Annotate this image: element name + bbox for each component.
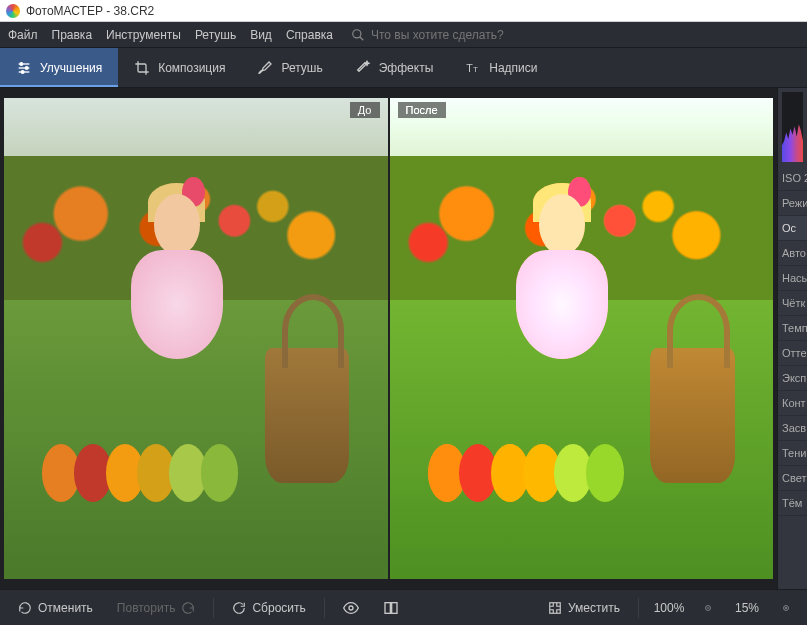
tab-label: Композиция: [158, 61, 225, 75]
button-label: Сбросить: [252, 601, 305, 615]
compare-button[interactable]: [373, 594, 409, 622]
histogram: [782, 92, 803, 162]
redo-icon: [181, 601, 195, 615]
tab-label: Эффекты: [379, 61, 434, 75]
photo-before: [4, 98, 388, 579]
separator: [638, 598, 639, 618]
button-label: Уместить: [568, 601, 620, 615]
menu-retouch[interactable]: Ретушь: [195, 28, 236, 42]
before-pane: До: [4, 98, 388, 579]
panel-temperature[interactable]: Темп: [778, 316, 807, 341]
svg-rect-11: [385, 602, 390, 613]
tab-enhance[interactable]: Улучшения: [0, 48, 118, 87]
panel-exposure[interactable]: Эксп: [778, 366, 807, 391]
panel-tint[interactable]: Отте: [778, 341, 807, 366]
reset-button[interactable]: Сбросить: [222, 595, 315, 621]
search-input[interactable]: [371, 28, 551, 42]
menu-view[interactable]: Вид: [250, 28, 272, 42]
search-icon: [351, 28, 365, 42]
zoom-out-button[interactable]: [695, 595, 721, 621]
fit-button[interactable]: Уместить: [538, 595, 630, 621]
window-title: ФотоМАСТЕР - 38.CR2: [26, 4, 154, 18]
workspace: До После ISO 20 Режи Ос Авто Насы Чётк: [0, 88, 807, 589]
tab-retouch[interactable]: Ретушь: [241, 48, 338, 87]
menu-edit[interactable]: Правка: [52, 28, 93, 42]
menu-tools[interactable]: Инструменты: [106, 28, 181, 42]
svg-point-0: [353, 29, 361, 37]
panel-section-main[interactable]: Ос: [778, 216, 807, 241]
panel-mode[interactable]: Режи: [778, 191, 807, 216]
panel-blacks[interactable]: Тём: [778, 491, 807, 516]
menubar: Файл Правка Инструменты Ретушь Вид Справ…: [0, 22, 807, 48]
button-label: Повторить: [117, 601, 176, 615]
app-logo-icon: [6, 4, 20, 18]
refresh-icon: [232, 601, 246, 615]
plus-icon: [783, 601, 789, 615]
panel-highlights[interactable]: Засв: [778, 416, 807, 441]
svg-point-5: [20, 62, 23, 65]
panel-contrast[interactable]: Конт: [778, 391, 807, 416]
panel-saturation[interactable]: Насы: [778, 266, 807, 291]
panel-shadows[interactable]: Тени: [778, 441, 807, 466]
svg-point-10: [349, 606, 353, 610]
redo-button[interactable]: Повторить: [107, 595, 206, 621]
after-label: После: [398, 102, 446, 118]
before-label: До: [350, 102, 380, 118]
menu-search[interactable]: [351, 28, 551, 42]
minus-icon: [705, 601, 711, 615]
svg-point-7: [21, 70, 24, 73]
compare-icon: [383, 600, 399, 616]
file-name: 38.CR2: [114, 4, 155, 18]
toolbar: Улучшения Композиция Ретушь Эффекты TT Н…: [0, 48, 807, 88]
panel-whites[interactable]: Свет: [778, 466, 807, 491]
text-icon: TT: [465, 60, 481, 76]
svg-line-1: [360, 36, 364, 40]
tab-effects[interactable]: Эффекты: [339, 48, 450, 87]
zoom-level: 15%: [725, 601, 769, 615]
svg-text:T: T: [467, 62, 474, 74]
separator: [324, 598, 325, 618]
svg-point-6: [25, 66, 28, 69]
tab-label: Надписи: [489, 61, 537, 75]
eye-icon: [343, 600, 359, 616]
right-panel: ISO 20 Режи Ос Авто Насы Чётк Темп Отте …: [777, 88, 807, 589]
zoom-in-button[interactable]: [773, 595, 799, 621]
canvas-area[interactable]: До После: [0, 88, 777, 589]
tab-label: Ретушь: [281, 61, 322, 75]
sliders-icon: [16, 60, 32, 76]
tab-label: Улучшения: [40, 61, 102, 75]
after-pane: После: [390, 98, 774, 579]
preview-button[interactable]: [333, 594, 369, 622]
panel-auto[interactable]: Авто: [778, 241, 807, 266]
menu-file[interactable]: Файл: [8, 28, 38, 42]
undo-button[interactable]: Отменить: [8, 595, 103, 621]
wand-icon: [355, 60, 371, 76]
fit-icon: [548, 601, 562, 615]
panel-sharpness[interactable]: Чётк: [778, 291, 807, 316]
tab-composition[interactable]: Композиция: [118, 48, 241, 87]
tab-text[interactable]: TT Надписи: [449, 48, 553, 87]
separator: [213, 598, 214, 618]
app-name: ФотоМАСТЕР: [26, 4, 103, 18]
zoom-100[interactable]: 100%: [647, 601, 691, 615]
bottombar: Отменить Повторить Сбросить Уместить 100…: [0, 589, 807, 625]
svg-rect-12: [391, 602, 396, 613]
titlebar: ФотоМАСТЕР - 38.CR2: [0, 0, 807, 22]
panel-iso: ISO 20: [778, 166, 807, 191]
svg-rect-13: [550, 602, 561, 613]
svg-text:T: T: [473, 65, 478, 74]
button-label: Отменить: [38, 601, 93, 615]
menu-help[interactable]: Справка: [286, 28, 333, 42]
photo-after: [390, 98, 774, 579]
undo-icon: [18, 601, 32, 615]
brush-icon: [257, 60, 273, 76]
crop-icon: [134, 60, 150, 76]
